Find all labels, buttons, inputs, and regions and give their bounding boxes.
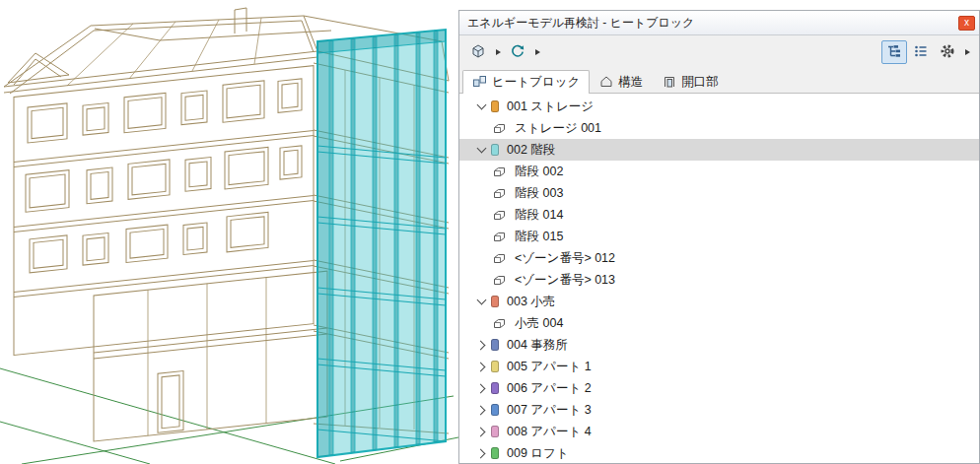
dropdown-arrow-icon (965, 49, 970, 55)
heat-block-tree: 001 ストレージ ストレージ 001 002 階段 階段 002 階 (459, 94, 979, 463)
panel-title: エネルギーモデル再検討 - ヒートブロック (467, 15, 958, 32)
chevron-expanded-icon[interactable] (471, 299, 491, 303)
tree-item-label: 002 階段 (507, 142, 555, 159)
tree-item-label: 001 ストレージ (507, 99, 594, 115)
tree-item-group[interactable]: 004 事務所 (459, 334, 979, 356)
zone-stamp-icon (491, 253, 507, 264)
tree-item-group[interactable]: 003 小売 (459, 291, 979, 312)
app-canvas: エネルギーモデル再検討 - ヒートブロック x (0, 0, 980, 464)
refresh-icon (510, 43, 525, 62)
chevron-collapsed-icon[interactable] (471, 342, 491, 349)
tree-item-child[interactable]: <ゾーン番号> 013 (459, 269, 979, 291)
zone-stamp-icon (491, 210, 507, 221)
tree-item-child[interactable]: 小売 004 (459, 312, 979, 334)
zone-color-icon (491, 404, 499, 416)
zone-color-icon (491, 144, 499, 156)
show-model-dropdown-button[interactable] (492, 40, 504, 64)
gear-icon (940, 43, 955, 62)
tree-item-label: 小売 004 (515, 315, 563, 332)
tree-item-child[interactable]: 階段 002 (459, 161, 979, 182)
flat-list-view-button[interactable] (908, 40, 934, 64)
tree-item-label: 005 アパート 1 (507, 359, 592, 375)
show-model-button[interactable] (465, 40, 491, 64)
tree-item-child[interactable]: ストレージ 001 (459, 117, 979, 139)
chevron-collapsed-icon[interactable] (471, 450, 491, 457)
tree-item-group[interactable]: 001 ストレージ (459, 96, 979, 117)
tab-bar: ヒートブロック 構造 開口部 (459, 69, 979, 94)
settings-button[interactable] (935, 40, 960, 64)
tree-item-group[interactable]: 007 アパート 3 (459, 399, 979, 421)
facade-wireframe (14, 64, 327, 449)
update-model-dropdown-button[interactable] (531, 40, 543, 64)
tab-structure[interactable]: 構造 (590, 71, 653, 93)
flat-list-view-icon (913, 44, 929, 61)
tree-item-label: 004 事務所 (507, 337, 568, 354)
zone-color-icon (491, 361, 499, 372)
zone-color-icon (491, 339, 499, 351)
tree-item-label: 009 ロフト (507, 445, 569, 462)
tree-item-label: 006 アパート 2 (507, 380, 592, 397)
tree-item-label: <ゾーン番号> 012 (515, 250, 615, 267)
settings-dropdown-button[interactable] (961, 40, 973, 64)
dropdown-arrow-icon (535, 49, 540, 55)
tab-label: ヒートブロック (492, 74, 580, 91)
zone-stamp-icon (491, 188, 507, 199)
chevron-collapsed-icon[interactable] (471, 429, 491, 435)
tab-openings[interactable]: 開口部 (653, 71, 729, 93)
tree-item-child[interactable]: 階段 015 (459, 226, 979, 247)
chevron-collapsed-icon[interactable] (471, 407, 491, 414)
tree-item-label: 階段 015 (515, 229, 563, 245)
tree-item-child[interactable]: 階段 014 (459, 204, 979, 226)
tree-item-child[interactable]: 階段 003 (459, 182, 979, 204)
zone-stamp-icon (491, 318, 507, 329)
tree-item-group[interactable]: 005 アパート 1 (459, 356, 979, 377)
zone-color-icon (491, 296, 499, 307)
chevron-collapsed-icon[interactable] (471, 385, 491, 392)
chevron-expanded-icon[interactable] (471, 148, 491, 152)
panel-toolbar (459, 35, 979, 69)
zone-color-icon (491, 447, 499, 459)
zone-color-icon (491, 100, 499, 112)
chevron-expanded-icon[interactable] (471, 104, 491, 108)
tab-heat-block[interactable]: ヒートブロック (462, 70, 590, 94)
tree-item-group[interactable]: 008 アパート 4 (459, 421, 979, 442)
zone-stamp-icon (491, 123, 507, 134)
tree-item-label: 階段 003 (515, 185, 563, 202)
opening-door-icon (663, 75, 676, 91)
tree-item-group[interactable]: 009 ロフト (459, 442, 979, 463)
tree-item-group[interactable]: 002 階段 (459, 139, 979, 161)
tree-item-label: 008 アパート 4 (507, 424, 592, 440)
tree-view-button[interactable] (881, 40, 907, 64)
3d-model-icon (470, 43, 486, 62)
tab-label: 構造 (618, 74, 643, 91)
heat-block-icon (472, 75, 487, 91)
3d-viewport[interactable] (0, 0, 458, 464)
close-button[interactable]: x (958, 16, 975, 31)
chevron-collapsed-icon[interactable] (471, 364, 491, 370)
tree-item-label: 007 アパート 3 (507, 402, 592, 419)
selected-heat-block-highlight (317, 30, 446, 457)
zone-color-icon (491, 382, 499, 394)
building-wireframe (0, 0, 458, 464)
tree-item-label: 階段 002 (515, 164, 563, 180)
zone-stamp-icon (491, 275, 507, 286)
zone-color-icon (491, 426, 499, 437)
panel-titlebar[interactable]: エネルギーモデル再検討 - ヒートブロック x (459, 11, 979, 35)
zone-stamp-icon (491, 166, 507, 177)
tree-view-icon (886, 44, 902, 61)
update-model-button[interactable] (505, 40, 530, 64)
tree-item-label: 003 小売 (507, 294, 555, 310)
tree-item-child[interactable]: <ゾーン番号> 012 (459, 247, 979, 269)
energy-model-review-panel: エネルギーモデル再検討 - ヒートブロック x (458, 10, 980, 464)
tree-item-label: 階段 014 (515, 207, 563, 224)
tree-item-label: ストレージ 001 (515, 120, 601, 137)
dropdown-arrow-icon (496, 49, 501, 55)
tree-item-group[interactable]: 006 アパート 2 (459, 377, 979, 399)
zone-stamp-icon (491, 232, 507, 242)
structure-house-icon (599, 75, 613, 91)
tree-item-label: <ゾーン番号> 013 (515, 272, 615, 289)
tab-label: 開口部 (681, 74, 719, 91)
